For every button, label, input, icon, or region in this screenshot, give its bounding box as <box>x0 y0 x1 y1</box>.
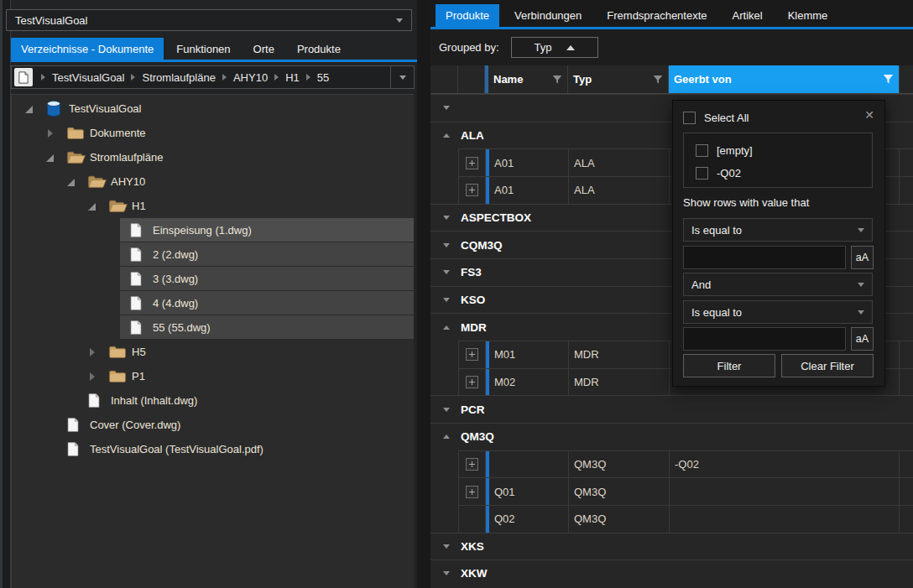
group-by-selector[interactable]: Typ <box>511 37 598 58</box>
document-icon <box>67 417 86 434</box>
tree-item-h1[interactable]: H1 <box>12 194 414 218</box>
row-expand-button[interactable] <box>466 376 478 388</box>
tree-item-3-3-dwg[interactable]: 3 (3.dwg) <box>12 267 414 291</box>
row-expand-button[interactable] <box>466 458 478 471</box>
tree-expander-icon[interactable] <box>66 177 76 187</box>
tab-fremdsprachentexte[interactable]: Fremdsprachentexte <box>597 4 717 27</box>
expander-spacer <box>108 299 118 309</box>
group-expand-icon[interactable] <box>443 408 450 412</box>
breadcrumb-dropdown-button[interactable] <box>390 66 414 88</box>
tree-item-p1[interactable]: P1 <box>12 364 414 388</box>
filter-value-empty[interactable]: [empty] <box>696 139 872 162</box>
breadcrumb-document-button[interactable] <box>14 68 33 86</box>
row-expand-button[interactable] <box>466 348 478 361</box>
tree-item-inhalt-inhalt-dwg[interactable]: Inhalt (Inhalt.dwg) <box>12 388 414 413</box>
condition-select-2[interactable]: Is equal to <box>683 300 873 324</box>
group-row-xkw[interactable]: XKW <box>430 559 913 587</box>
tab-klemme[interactable]: Klemme <box>778 4 838 27</box>
filter-icon[interactable] <box>552 75 562 85</box>
tree-item-h5[interactable]: H5 <box>12 340 414 364</box>
tab-funktionen[interactable]: Funktionen <box>166 38 240 60</box>
breadcrumb-item-h1[interactable]: H1 <box>285 71 300 84</box>
document-icon <box>130 271 149 288</box>
tree-item-label: 55 (55.dwg) <box>153 321 211 334</box>
checkbox-icon[interactable] <box>696 167 708 180</box>
row-expand-button[interactable] <box>466 157 478 169</box>
tail-cell <box>900 149 913 176</box>
checkbox-icon[interactable] <box>683 112 696 124</box>
cell-typ: QM3Q <box>569 478 670 505</box>
select-all-label: Select All <box>704 112 749 124</box>
chevron-down-icon[interactable] <box>396 18 403 23</box>
tab-verzeichnisse-dokumente[interactable]: Verzeichnisse - Dokumente <box>11 38 164 60</box>
breadcrumb-items: TestVisualGoalStromlaufpläneAHY10H155 <box>34 71 329 84</box>
tab-produkte[interactable]: Produkte <box>287 38 351 60</box>
row-expand-button[interactable] <box>466 486 478 498</box>
cell-name: Q01 <box>486 478 569 505</box>
tree-expander-icon[interactable] <box>87 347 97 357</box>
breadcrumb-item-stromlaufpläne[interactable]: Stromlaufpläne <box>142 71 215 84</box>
match-case-button-2[interactable]: aA <box>851 327 874 351</box>
group-expand-icon[interactable] <box>443 298 450 302</box>
tree-expander-icon[interactable] <box>45 153 55 163</box>
checkbox-icon[interactable] <box>696 144 708 157</box>
clear-filter-button[interactable]: Clear Filter <box>781 354 874 377</box>
tab-produkte[interactable]: Produkte <box>436 4 499 27</box>
project-selector[interactable]: TestVisualGoal <box>6 9 412 31</box>
match-case-button-1[interactable]: aA <box>851 246 874 269</box>
tree-item-ahy10[interactable]: AHY10 <box>12 169 414 194</box>
document-icon <box>130 222 149 239</box>
breadcrumb-item-ahy10[interactable]: AHY10 <box>233 71 268 84</box>
tree-item-dokumente[interactable]: Dokumente <box>12 121 414 145</box>
document-icon <box>130 295 149 312</box>
tree-item-testvisualgoal-testvisualgoal-pdf[interactable]: TestVisualGoal (TestVisualGoal.pdf) <box>12 437 414 461</box>
tree-expander-icon[interactable] <box>45 128 55 138</box>
tree-item-2-2-dwg[interactable]: 2 (2.dwg) <box>12 242 414 267</box>
group-collapse-icon[interactable] <box>443 133 450 138</box>
breadcrumb-item-55[interactable]: 55 <box>317 71 329 84</box>
tree-item-cover-cover-dwg[interactable]: Cover (Cover.dwg) <box>12 413 414 437</box>
tree-expander-icon[interactable] <box>24 104 34 114</box>
tree-expander-icon[interactable] <box>87 372 97 382</box>
group-row-pcr[interactable]: PCR <box>430 395 913 423</box>
group-expand-icon[interactable] <box>443 571 450 575</box>
group-expand-icon[interactable] <box>443 270 450 274</box>
close-icon[interactable]: ✕ <box>862 107 877 123</box>
tree-item-testvisualgoal[interactable]: TestVisualGoal <box>12 96 414 121</box>
group-expand-icon[interactable] <box>443 243 450 247</box>
tree-item-4-4-dwg[interactable]: 4 (4.dwg) <box>12 291 414 315</box>
tree-expander-icon[interactable] <box>87 201 97 211</box>
table-row[interactable]: Q02QM3Q <box>458 505 913 533</box>
tree-item-label: Dokumente <box>90 127 145 139</box>
group-row-qm3q[interactable]: QM3Q <box>430 423 913 450</box>
row-expand-button[interactable] <box>466 184 478 196</box>
column-header-geerbt-von[interactable]: Geerbt von <box>669 65 899 93</box>
table-row[interactable]: Q01QM3Q <box>458 477 913 505</box>
chevron-down-icon <box>858 283 864 287</box>
group-collapse-icon[interactable] <box>443 434 450 439</box>
column-header-name[interactable]: Name <box>485 65 568 93</box>
group-row-xks[interactable]: XKS <box>430 533 913 560</box>
filter-button[interactable]: Filter <box>683 354 775 377</box>
tab-verbindungen[interactable]: Verbindungen <box>504 4 592 27</box>
tree-item-55-55-dwg[interactable]: 55 (55.dwg) <box>12 315 414 340</box>
operator-select[interactable]: And <box>683 273 873 296</box>
group-collapse-icon[interactable] <box>443 325 450 330</box>
tab-artikel[interactable]: Artikel <box>723 4 773 27</box>
tab-orte[interactable]: Orte <box>243 38 284 60</box>
table-row[interactable]: QM3Q-Q02 <box>458 450 913 478</box>
group-expand-icon[interactable] <box>443 106 450 110</box>
filter-active-icon[interactable] <box>883 74 894 85</box>
filter-value-input-1[interactable] <box>683 246 846 269</box>
tree-item-einspeisung-1-dwg[interactable]: Einspeisung (1.dwg) <box>12 218 414 242</box>
condition-select-1[interactable]: Is equal to <box>683 218 873 242</box>
breadcrumb-item-testvisualgoal[interactable]: TestVisualGoal <box>52 71 124 84</box>
filter-icon[interactable] <box>653 75 663 85</box>
group-expand-icon[interactable] <box>443 216 450 220</box>
filter-value-input-2[interactable] <box>683 327 846 351</box>
expand-cell <box>459 369 486 396</box>
group-expand-icon[interactable] <box>443 544 450 549</box>
tree-item-stromlaufpläne[interactable]: Stromlaufpläne <box>12 145 414 169</box>
filter-value-q02[interactable]: -Q02 <box>696 162 872 185</box>
column-header-typ[interactable]: Typ <box>568 65 669 93</box>
